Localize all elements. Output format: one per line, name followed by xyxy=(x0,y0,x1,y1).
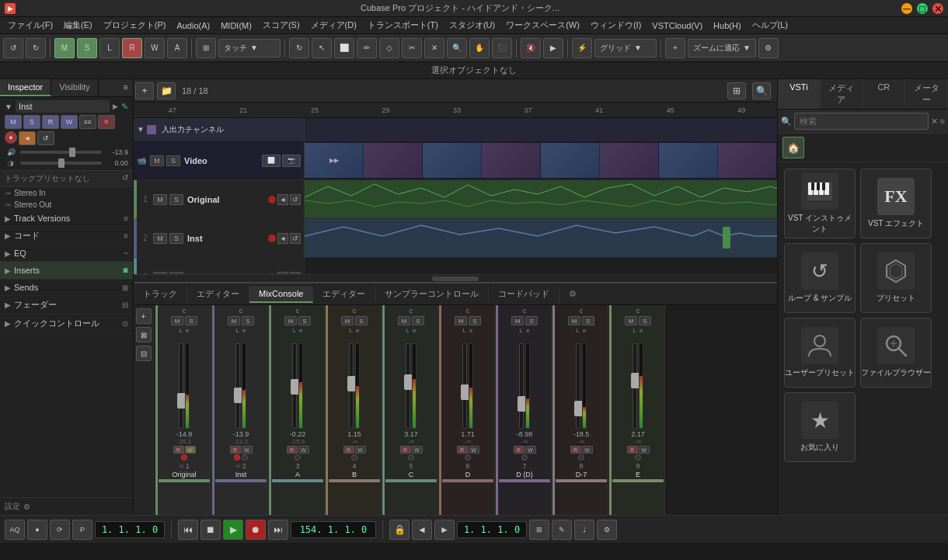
file-browser-item[interactable]: ファイルブラウザー xyxy=(860,318,932,388)
ch-fader-track-d7[interactable] xyxy=(576,343,580,429)
video-m-btn[interactable]: M xyxy=(150,155,164,166)
ch-fader-track-a[interactable] xyxy=(292,343,297,429)
tab-cr[interactable]: CR xyxy=(863,79,906,109)
tab-meter[interactable]: メーター xyxy=(905,79,948,109)
tab-mixconsole[interactable]: MixConsole xyxy=(249,286,313,303)
ch-dot-original[interactable] xyxy=(181,454,187,461)
ch-r-btn-dd[interactable]: R xyxy=(514,446,525,454)
grid-dropdown[interactable]: グリッド▼ xyxy=(594,39,657,57)
transport-cycle-right[interactable]: ► xyxy=(434,520,455,540)
tab-inspector[interactable]: Inspector xyxy=(0,79,51,96)
snap-button[interactable]: ⚡ xyxy=(572,38,592,58)
transport-rec-btn[interactable]: ● xyxy=(27,520,47,540)
zoom-dropdown[interactable]: ズームに適応▼ xyxy=(688,39,756,57)
settings-icon[interactable]: ⚙ xyxy=(23,503,30,511)
transport-to-end[interactable]: ⏭ xyxy=(268,520,288,540)
maximize-button[interactable]: □ xyxy=(917,3,928,14)
ch-fader-track-inst[interactable] xyxy=(235,343,240,429)
ch-s-b[interactable]: S xyxy=(355,316,368,325)
track-solo-btn[interactable]: S xyxy=(23,115,40,129)
ch-fader-track-dd[interactable] xyxy=(519,343,524,429)
mute-tool[interactable]: 🔇 xyxy=(521,38,541,58)
presets-item[interactable]: プリセット xyxy=(860,243,932,313)
folder-arrow[interactable]: ▼ xyxy=(137,125,145,134)
volume-fader[interactable] xyxy=(20,151,102,154)
ch-r-btn-inst[interactable]: R xyxy=(230,446,241,454)
a-m-btn[interactable]: M xyxy=(153,272,167,275)
bottom-settings-button[interactable]: ⚙ xyxy=(563,286,583,302)
loop-sample-item[interactable]: ↺ ループ & サンプル xyxy=(784,243,856,313)
ch-r-btn-d[interactable]: R xyxy=(457,446,468,454)
ch-r-btn-e[interactable]: R xyxy=(627,446,638,454)
ch-m-dd[interactable]: M xyxy=(511,316,524,325)
search-input[interactable] xyxy=(794,113,929,130)
ch-w-btn-dd[interactable]: W xyxy=(525,446,536,454)
inst-m-btn[interactable]: M xyxy=(153,233,167,244)
transport-stop[interactable]: ⏹ xyxy=(200,520,221,540)
folder-button[interactable]: 📁 xyxy=(157,82,176,99)
tab-visibility[interactable]: Visibility xyxy=(51,79,99,96)
ch-fader-track-c[interactable] xyxy=(406,343,410,429)
ch-s-dd[interactable]: S xyxy=(525,316,538,325)
tab-vsti[interactable]: VSTi xyxy=(778,79,821,109)
track-refresh-btn[interactable]: ↺ xyxy=(37,131,54,145)
ch-s-a[interactable]: S xyxy=(298,316,311,325)
mode-l-button[interactable]: L xyxy=(99,38,120,58)
original-m-btn[interactable]: M xyxy=(153,194,167,205)
menu-media[interactable]: メディア(D) xyxy=(306,18,361,33)
ch-w-btn-a[interactable]: W xyxy=(298,446,309,454)
preset-refresh-icon[interactable]: ↺ xyxy=(122,173,128,182)
horizontal-scrollbar[interactable] xyxy=(134,274,777,282)
tab-sampler[interactable]: サンプラーコントロール xyxy=(375,285,489,303)
track-record-btn[interactable]: ● xyxy=(5,131,17,144)
add-track-button[interactable]: + xyxy=(135,82,154,99)
transport-right-display[interactable]: 1. 1. 1. 0 xyxy=(457,521,527,538)
ch-w-btn-e[interactable]: W xyxy=(639,446,650,454)
settings-button[interactable]: ⚙ xyxy=(758,38,779,58)
ch-m-e[interactable]: M xyxy=(625,316,637,325)
ch-m-a[interactable]: M xyxy=(284,316,297,325)
inst-prev-btn[interactable]: ◄ xyxy=(277,233,288,244)
cycle-button[interactable]: ↻ xyxy=(289,38,309,58)
transport-mode-aq[interactable]: AQ xyxy=(5,520,25,540)
mixer-fold-btn[interactable]: ⊠ xyxy=(136,327,152,343)
original-refresh-btn[interactable]: ↺ xyxy=(290,194,301,205)
ch-fader-track-b[interactable] xyxy=(349,343,354,429)
mode-r-button[interactable]: R xyxy=(122,38,142,58)
ch-m-c[interactable]: M xyxy=(398,316,410,325)
ch-m-original[interactable]: M xyxy=(171,316,183,325)
track-close-btn[interactable]: ✕ xyxy=(98,115,115,129)
zoom-in-button[interactable]: + xyxy=(665,38,685,58)
ch-w-btn-c[interactable]: W xyxy=(412,446,423,454)
menu-vstcloud[interactable]: VSTCloud(V) xyxy=(647,19,707,32)
a-s-btn[interactable]: S xyxy=(169,272,183,275)
ch-w-btn-b[interactable]: W xyxy=(355,446,366,454)
vst-effects-item[interactable]: FX VST エフェクト xyxy=(860,169,932,238)
ch-s-c[interactable]: S xyxy=(412,316,424,325)
a-record-btn[interactable] xyxy=(268,273,276,275)
sends-accordion[interactable]: ▶ Sends ⊞ xyxy=(0,280,133,296)
mode-a-button[interactable]: A xyxy=(167,38,187,58)
eraser-tool[interactable]: ◇ xyxy=(379,38,399,58)
ch-s-inst[interactable]: S xyxy=(242,316,254,325)
inst-edit-button[interactable]: ✎ xyxy=(121,102,128,112)
scrollbar-thumb[interactable] xyxy=(432,277,479,281)
ch-fader-track-original[interactable] xyxy=(179,343,183,429)
eq-accordion[interactable]: ▶ EQ ~ xyxy=(0,245,133,262)
hand-tool[interactable]: ✋ xyxy=(469,38,490,58)
mixer-add-btn[interactable]: + xyxy=(136,308,152,324)
panel-menu-button[interactable]: ≡ xyxy=(119,79,133,96)
menu-studio[interactable]: スタジオ(U) xyxy=(444,18,500,33)
tab-chord-pad[interactable]: コードパッド xyxy=(489,285,559,303)
ch-m-b[interactable]: M xyxy=(341,316,354,325)
tab-track[interactable]: トラック xyxy=(134,285,187,303)
transport-click-btn[interactable]: ✎ xyxy=(552,520,572,540)
pan-fader[interactable] xyxy=(20,162,102,165)
user-presets-item[interactable]: ユーザープリセット xyxy=(784,318,856,388)
transport-tempo-btn[interactable]: ♩ xyxy=(574,520,594,540)
a-refresh-btn[interactable]: ↺ xyxy=(290,272,301,275)
ch-w-btn-original[interactable]: W xyxy=(185,446,196,454)
transport-record[interactable]: ⏺ xyxy=(246,520,266,540)
ch-r-btn-b[interactable]: R xyxy=(343,446,354,454)
ch-r-btn-c[interactable]: R xyxy=(400,446,411,454)
